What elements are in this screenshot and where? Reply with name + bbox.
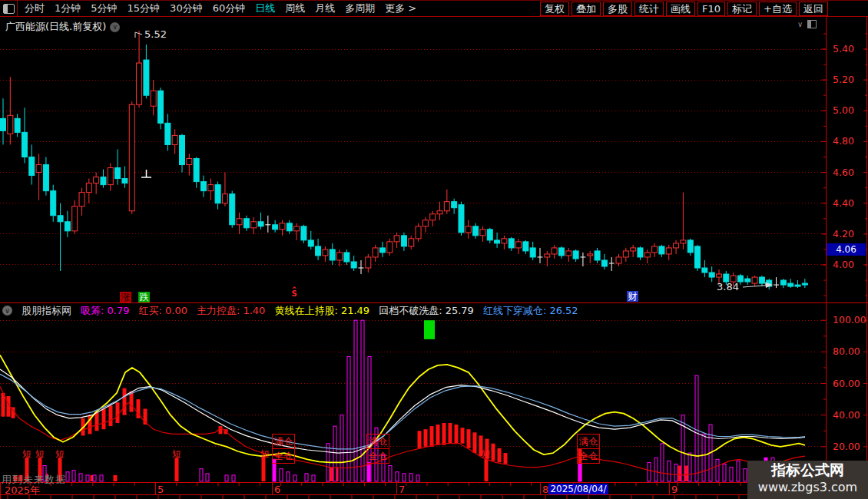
candle-body [316, 246, 321, 256]
toolbar-button-叠加[interactable]: 叠加 [571, 2, 601, 16]
candle-body [509, 239, 514, 248]
magenta-bar [668, 461, 671, 481]
red-indicator-bar [144, 408, 147, 425]
metric-吸筹: 吸筹: 0.79 [81, 304, 129, 318]
magenta-bar [695, 375, 698, 481]
indicator-collapse-icon[interactable]: ∨ [2, 306, 12, 316]
red-indicator-bar [130, 392, 134, 412]
indicator-label-60: 60.00 [833, 378, 860, 389]
red-indicator-bar [498, 448, 502, 463]
candle-body [502, 239, 507, 243]
candle-body [616, 257, 621, 263]
candle-body [294, 226, 300, 231]
candle-body [401, 236, 406, 246]
candle-body [108, 168, 113, 185]
period-item-5分钟[interactable]: 5分钟 [91, 2, 117, 15]
collapse-chevron-icon[interactable]: ∨ [797, 20, 803, 28]
candle-body [422, 220, 428, 226]
layout-split-icon[interactable] [0, 1, 18, 16]
candle-body [623, 251, 628, 257]
candle-body [172, 135, 177, 144]
candle-body [115, 168, 121, 179]
toolbar-button-+自选[interactable]: +自选 [759, 2, 797, 16]
candle-body [94, 177, 99, 183]
green-signal-box [424, 320, 435, 339]
magenta-bar [681, 415, 684, 481]
position-signal-box: 满仓全仓 [272, 434, 295, 464]
red-indicator-bar [123, 388, 127, 415]
magenta-bar [333, 426, 336, 481]
period-item-30分钟[interactable]: 30分钟 [170, 2, 203, 15]
candle-body [595, 251, 600, 260]
candle-body [666, 248, 671, 254]
period-item-多周期[interactable]: 多周期 [345, 2, 375, 15]
period-item-日线[interactable]: 日线 [255, 2, 275, 15]
red-indicator-bar [81, 418, 85, 436]
price-label-5: 5.00 [833, 104, 854, 116]
chart-title-row: 广西能源(日线.前复权) ∨ [5, 20, 120, 34]
red-indicator-bar [2, 393, 5, 417]
candle-body [180, 135, 185, 164]
period-item-15分钟[interactable]: 15分钟 [128, 2, 161, 15]
red-indicator-bar [7, 396, 11, 417]
magenta-bar [312, 475, 315, 481]
price-label-4.8: 4.80 [833, 135, 854, 147]
period-item-更多 >[interactable]: 更多 > [385, 2, 416, 15]
red-indicator-bar [449, 423, 452, 444]
magenta-bar [702, 434, 705, 481]
candle-body [280, 223, 285, 230]
red-indicator-bar [442, 423, 446, 445]
candle-body [695, 246, 701, 268]
red-indicator-bar [492, 444, 495, 461]
period-item-60分钟[interactable]: 60分钟 [213, 2, 246, 15]
candle-body [558, 248, 564, 256]
toolbar-button-统计[interactable]: 统计 [634, 2, 664, 16]
candle-body [273, 225, 278, 230]
full-position-label: 满仓 [367, 435, 389, 449]
price-label-5.4: 5.40 [833, 43, 854, 55]
site-name: 指标公式网 [747, 461, 868, 480]
candle-body [523, 242, 528, 251]
magenta-bar [347, 357, 350, 481]
chevron-down-icon[interactable]: ∨ [110, 22, 120, 32]
low-annotation: 3.84 [717, 281, 739, 292]
candle-body [452, 202, 457, 208]
toolbar-button-画线[interactable]: 画线 [666, 2, 695, 16]
period-item-1分钟[interactable]: 1分钟 [55, 2, 81, 15]
toolbar-button-F10[interactable]: F10 [697, 2, 725, 16]
candle-body [802, 283, 807, 285]
indicator-header: ∨ 股朋指标网 吸筹: 0.79红买: 0.00主力控盘: 1.40黄线在上持股… [2, 305, 578, 316]
candle-body [337, 253, 343, 260]
window-icon[interactable] [807, 20, 817, 28]
candle-body [344, 253, 350, 262]
candle-body [36, 165, 41, 173]
short-signal-label: 短 [171, 448, 182, 461]
period-item-周线[interactable]: 周线 [285, 2, 305, 15]
period-item-分时[interactable]: 分时 [25, 2, 45, 15]
indicator-label-40: 40.00 [833, 409, 860, 421]
site-watermark: 指标公式网 www.zbgs3.com [747, 461, 868, 499]
toolbar-button-返回[interactable]: 返回 [799, 2, 828, 16]
period-item-月线[interactable]: 月线 [315, 2, 335, 15]
toolbar-button-多股[interactable]: 多股 [603, 2, 632, 16]
price-label-4.4: 4.40 [833, 197, 854, 209]
candle-body [687, 240, 693, 253]
red-indicator-bar [88, 415, 92, 435]
candle-body [681, 240, 686, 243]
price-label-4: 4.00 [833, 259, 854, 270]
candle-body [151, 91, 156, 106]
candle-body [187, 158, 192, 164]
period-menu: 分时1分钟5分钟15分钟30分钟60分钟日线周线月线多周期更多 > [25, 2, 416, 15]
candle-body [459, 205, 464, 233]
candle-body [767, 280, 772, 286]
time-label-7: 7 [399, 484, 405, 495]
toolbar-button-复权[interactable]: 复权 [540, 2, 569, 16]
magenta-bar [578, 464, 581, 481]
candle-body [379, 248, 385, 253]
candle-body [566, 251, 571, 256]
magenta-bar [709, 425, 712, 481]
candle-body [588, 254, 593, 256]
candle-body [545, 254, 550, 257]
red-indicator-bar [424, 429, 428, 447]
toolbar-button-标记[interactable]: 标记 [727, 2, 757, 16]
